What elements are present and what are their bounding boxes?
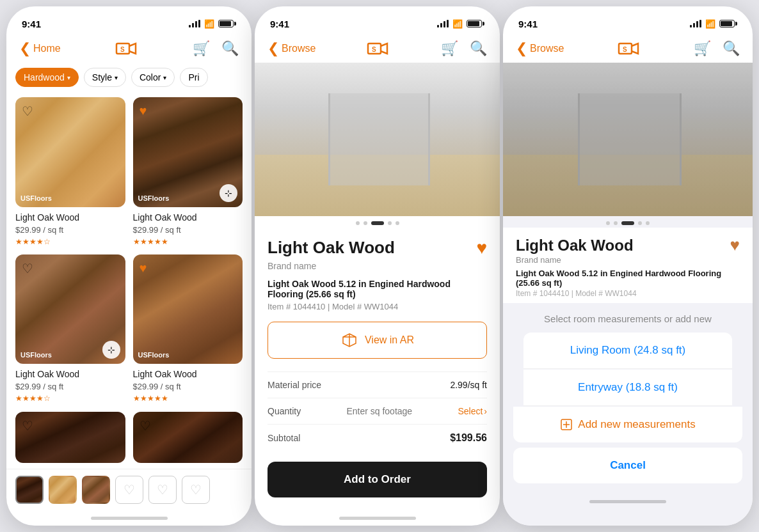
product-price-1: $29.99 / sq ft xyxy=(133,225,243,235)
list-item[interactable]: ♡ xyxy=(15,412,125,464)
nav-actions-3: 🛒 🔍 xyxy=(694,40,740,57)
cancel-button[interactable]: Cancel xyxy=(513,448,742,483)
room-option-0[interactable]: Living Room (24.8 sq ft) xyxy=(523,332,732,369)
material-price-row: Material price 2.99/sq ft xyxy=(268,372,487,398)
svg-text:S: S xyxy=(120,46,125,53)
filter-price[interactable]: Pri xyxy=(180,68,207,87)
add-order-label: Add to Order xyxy=(344,473,411,485)
status-bar-1: 9:41 📶 xyxy=(6,6,252,35)
filter-hardwood[interactable]: Hardwood ▾ xyxy=(15,68,79,87)
chevron-down-icon-0: ▾ xyxy=(67,74,70,81)
nav-bar-3: ❮ Browse S 🛒 🔍 xyxy=(503,35,753,63)
status-time-3: 9:41 xyxy=(518,19,538,29)
dot3-4 xyxy=(646,221,650,225)
product-name-1: Light Oak Wood xyxy=(133,212,243,223)
status-icons-1: 📶 xyxy=(189,19,236,29)
room-image xyxy=(255,63,500,216)
favorite-icon-detail[interactable]: ♥ xyxy=(476,238,487,258)
cart-icon-3[interactable]: 🛒 xyxy=(694,40,711,57)
dot-0 xyxy=(356,221,360,225)
search-icon-2[interactable]: 🔍 xyxy=(470,40,487,57)
modal-title: Select room measurements or add new xyxy=(544,313,712,324)
phone-modal: 9:41 📶 ❮ Browse xyxy=(503,6,753,526)
dot-4 xyxy=(395,221,399,225)
list-item[interactable]: ♥ USFloors ⊹ Light Oak Wood $29.99 / sq … xyxy=(133,97,243,247)
swatch-2[interactable] xyxy=(82,476,110,504)
detail-content: Light Oak Wood ♥ Brand name Light Oak Wo… xyxy=(255,228,500,510)
product-hero-3 xyxy=(503,63,753,216)
wifi-icon-3: 📶 xyxy=(705,19,715,29)
list-item[interactable]: ♡ USFloors Light Oak Wood $29.99 / sq ft… xyxy=(15,97,125,247)
phone-browse: 9:41 📶 ❮ Home S xyxy=(6,6,252,526)
select-button[interactable]: Select › xyxy=(458,406,487,416)
heart-icon-0[interactable]: ♡ xyxy=(22,104,33,119)
home-indicator-1 xyxy=(6,510,252,526)
filter-style[interactable]: Style ▾ xyxy=(84,68,126,87)
quantity-input[interactable] xyxy=(338,406,421,416)
status-icons-3: 📶 xyxy=(690,19,737,29)
brand-badge-3: USFloors xyxy=(138,351,170,359)
heart-icon-4[interactable]: ♡ xyxy=(22,418,33,434)
material-price-label: Material price xyxy=(268,380,321,390)
list-item[interactable]: ♡ USFloors ⊹ Light Oak Wood $29.99 / sq … xyxy=(15,254,125,404)
swatch-heart-2[interactable]: ♡ xyxy=(182,476,210,504)
heart-icon-5[interactable]: ♡ xyxy=(140,418,151,434)
search-icon-3[interactable]: 🔍 xyxy=(723,40,740,57)
chevron-down-icon-1: ▾ xyxy=(115,74,118,81)
ar-badge-1: ⊹ xyxy=(220,184,237,202)
cancel-label: Cancel xyxy=(610,459,646,471)
heart-icon-3[interactable]: ♥ xyxy=(140,261,147,276)
room-option-label-0: Living Room (24.8 sq ft) xyxy=(570,344,685,356)
ar-cube-icon xyxy=(340,331,358,349)
status-icons-2: 📶 xyxy=(437,19,484,29)
product-hero xyxy=(255,63,500,216)
quantity-label: Quantity xyxy=(268,406,301,416)
battery-icon-1 xyxy=(218,20,236,27)
subtotal-row: Subtotal $199.56 xyxy=(268,424,487,451)
product-image-5: ♡ xyxy=(133,412,243,463)
list-item[interactable]: ♡ xyxy=(133,412,243,464)
signal-icon-1 xyxy=(189,20,200,27)
back-button-2[interactable]: ❮ Browse xyxy=(268,40,316,57)
list-item[interactable]: ♥ USFloors Light Oak Wood $29.99 / sq ft… xyxy=(133,254,243,404)
dot3-0 xyxy=(606,221,610,225)
filter-color[interactable]: Color ▾ xyxy=(131,68,175,87)
product-price-0: $29.99 / sq ft xyxy=(15,225,125,235)
room-options-group: Living Room (24.8 sq ft) Entryway (18.8 … xyxy=(513,332,742,442)
back-button-1[interactable]: ❮ Home xyxy=(19,40,61,57)
product-stars-0: ★★★★☆ xyxy=(15,237,125,246)
add-measurements-button[interactable]: Add new measurements xyxy=(513,407,742,442)
heart-icon-2[interactable]: ♡ xyxy=(22,261,33,276)
app-logo-1: S xyxy=(115,40,138,58)
detail-meta-3: Item # 1044410 | Model # WW1044 xyxy=(516,289,740,298)
favorite-icon-3[interactable]: ♥ xyxy=(730,235,740,255)
nav-bar-1: ❮ Home S 🛒 🔍 xyxy=(6,35,252,63)
home-indicator-3 xyxy=(503,494,753,509)
search-icon-1[interactable]: 🔍 xyxy=(221,40,239,57)
modal-header: Select room measurements or add new xyxy=(503,303,753,332)
filter-bar: Hardwood ▾ Style ▾ Color ▾ Pri xyxy=(6,63,252,92)
wifi-icon-2: 📶 xyxy=(452,19,463,29)
product-price-2: $29.99 / sq ft xyxy=(15,382,125,391)
room-image-3 xyxy=(503,63,753,216)
detail-partial: Light Oak Wood ♥ Brand name Light Oak Wo… xyxy=(503,228,753,303)
add-order-button[interactable]: Add to Order xyxy=(268,462,487,497)
back-chevron-icon-3: ❮ xyxy=(516,40,527,57)
ar-button-label: View in AR xyxy=(365,334,414,346)
heart-icon-1[interactable]: ♥ xyxy=(140,104,147,118)
cart-icon-2[interactable]: 🛒 xyxy=(441,40,458,57)
ar-button[interactable]: View in AR xyxy=(268,322,487,359)
detail-description: Light Oak Wood 5.12 in Engined Hardwood … xyxy=(268,279,487,299)
product-stars-1: ★★★★★ xyxy=(133,237,243,246)
select-label: Select xyxy=(458,406,483,416)
swatch-0[interactable] xyxy=(15,476,44,504)
back-button-3[interactable]: ❮ Browse xyxy=(516,40,564,57)
swatch-heart-1[interactable]: ♡ xyxy=(148,476,177,504)
brand-badge-0: USFloors xyxy=(20,194,52,202)
back-chevron-icon-2: ❮ xyxy=(268,40,279,57)
cart-icon-1[interactable]: 🛒 xyxy=(193,40,210,57)
dot3-1 xyxy=(614,221,618,225)
room-option-1[interactable]: Entryway (18.8 sq ft) xyxy=(523,370,732,406)
swatch-heart-0[interactable]: ♡ xyxy=(115,476,143,504)
swatch-1[interactable] xyxy=(49,476,77,504)
